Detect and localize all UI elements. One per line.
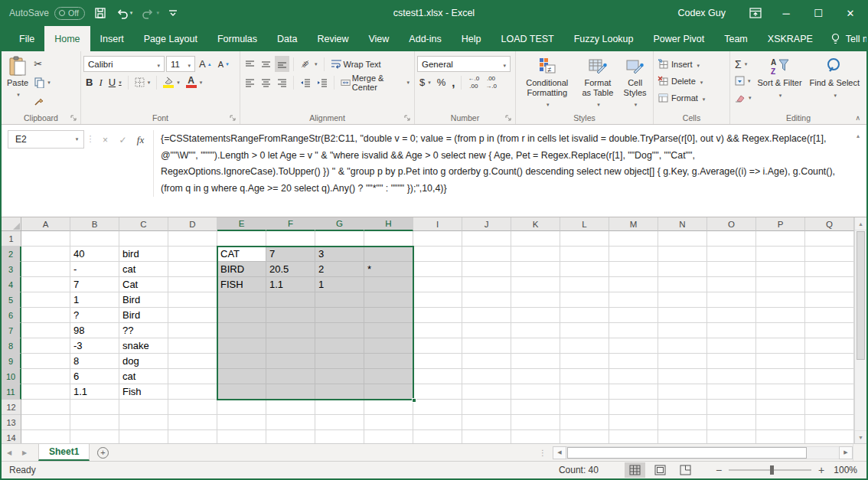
collapse-formula-bar-button[interactable]: ▴ bbox=[857, 132, 860, 139]
cell-K4[interactable] bbox=[511, 277, 560, 292]
font-color-button[interactable]: A bbox=[184, 74, 205, 90]
row-header-8[interactable]: 8 bbox=[2, 338, 21, 354]
cell-K2[interactable] bbox=[511, 247, 560, 262]
column-header-H[interactable]: H bbox=[364, 217, 413, 231]
row-header-5[interactable]: 5 bbox=[2, 292, 21, 308]
cell-I10[interactable] bbox=[413, 369, 462, 384]
cell-J7[interactable] bbox=[462, 323, 511, 338]
row-header-12[interactable]: 12 bbox=[2, 400, 21, 415]
cell-F12[interactable] bbox=[266, 400, 315, 415]
cell-F6[interactable] bbox=[266, 308, 315, 323]
increase-decimal-button[interactable]: ←.0.00 bbox=[465, 74, 481, 90]
cell-P2[interactable] bbox=[756, 247, 805, 262]
cell-B12[interactable] bbox=[70, 400, 119, 415]
font-size-select[interactable]: 11 bbox=[166, 56, 195, 72]
font-name-select[interactable]: Calibri bbox=[83, 56, 165, 72]
cell-I7[interactable] bbox=[413, 323, 462, 338]
cell-A7[interactable] bbox=[21, 323, 70, 338]
cell-B10[interactable]: 6 bbox=[70, 369, 119, 384]
cell-P10[interactable] bbox=[756, 369, 805, 384]
cell-I13[interactable] bbox=[413, 415, 462, 430]
cell-G5[interactable] bbox=[315, 292, 364, 308]
maximize-button[interactable]: ☐ bbox=[802, 0, 834, 26]
zoom-level[interactable]: 100% bbox=[834, 465, 857, 475]
cell-Q9[interactable] bbox=[805, 354, 854, 369]
cell-D4[interactable] bbox=[168, 277, 217, 292]
cell-A9[interactable] bbox=[21, 354, 70, 369]
scroll-right-button[interactable]: ▶ bbox=[839, 446, 853, 459]
cell-Q5[interactable] bbox=[805, 292, 854, 308]
cell-F11[interactable] bbox=[266, 384, 315, 400]
tab-power-pivot[interactable]: Power Pivot bbox=[644, 26, 715, 51]
zoom-slider-handle[interactable] bbox=[770, 465, 774, 475]
cell-L9[interactable] bbox=[560, 354, 609, 369]
cell-G9[interactable] bbox=[315, 354, 364, 369]
cell-H13[interactable] bbox=[364, 415, 413, 430]
cell-A12[interactable] bbox=[21, 400, 70, 415]
undo-button[interactable]: ▾ bbox=[116, 8, 133, 19]
column-header-L[interactable]: L bbox=[560, 217, 609, 231]
cell-M9[interactable] bbox=[609, 354, 658, 369]
enter-entry-button[interactable]: ✓ bbox=[114, 132, 132, 148]
vertical-scrollbar[interactable]: ▲ ▼ bbox=[854, 217, 866, 443]
cell-O12[interactable] bbox=[707, 400, 756, 415]
row-header-6[interactable]: 6 bbox=[2, 308, 21, 323]
cell-F8[interactable] bbox=[266, 338, 315, 354]
wrap-text-button[interactable]: Wrap Text bbox=[328, 56, 383, 72]
find-select-button[interactable]: Find & Select bbox=[806, 54, 863, 100]
select-all-button[interactable] bbox=[2, 217, 21, 231]
tab-help[interactable]: Help bbox=[452, 26, 491, 51]
cell-K11[interactable] bbox=[511, 384, 560, 400]
cell-G4[interactable]: 1 bbox=[315, 277, 364, 292]
column-header-J[interactable]: J bbox=[462, 217, 511, 231]
tab-insert[interactable]: Insert bbox=[90, 26, 134, 51]
cell-G13[interactable] bbox=[315, 415, 364, 430]
row-header-7[interactable]: 7 bbox=[2, 323, 21, 338]
close-button[interactable]: ✕ bbox=[834, 0, 866, 26]
column-header-B[interactable]: B bbox=[70, 217, 119, 231]
cell-A5[interactable] bbox=[21, 292, 70, 308]
cell-O11[interactable] bbox=[707, 384, 756, 400]
cancel-entry-button[interactable]: × bbox=[96, 132, 114, 148]
increase-indent-button[interactable] bbox=[315, 74, 330, 90]
cell-O7[interactable] bbox=[707, 323, 756, 338]
cell-O14[interactable] bbox=[707, 430, 756, 443]
cell-J6[interactable] bbox=[462, 308, 511, 323]
cell-D10[interactable] bbox=[168, 369, 217, 384]
borders-button[interactable] bbox=[132, 74, 153, 90]
next-sheet-button[interactable]: ▶ bbox=[17, 444, 32, 461]
cell-N14[interactable] bbox=[658, 430, 707, 443]
decrease-indent-button[interactable] bbox=[298, 74, 313, 90]
fill-color-button[interactable] bbox=[161, 74, 182, 90]
cell-D3[interactable] bbox=[168, 262, 217, 277]
cell-C2[interactable]: bird bbox=[119, 247, 168, 262]
cell-F3[interactable]: 20.5 bbox=[266, 262, 315, 277]
column-header-I[interactable]: I bbox=[413, 217, 462, 231]
top-align-button[interactable] bbox=[243, 56, 257, 72]
tab-xskrape[interactable]: XSKRAPE bbox=[758, 26, 823, 51]
cell-I11[interactable] bbox=[413, 384, 462, 400]
cell-C13[interactable] bbox=[119, 415, 168, 430]
cell-K5[interactable] bbox=[511, 292, 560, 308]
cell-E10[interactable] bbox=[217, 369, 266, 384]
cell-M8[interactable] bbox=[609, 338, 658, 354]
cell-E2[interactable]: CAT bbox=[217, 247, 266, 262]
bottom-align-button[interactable] bbox=[275, 56, 289, 72]
cell-E12[interactable] bbox=[217, 400, 266, 415]
cell-A2[interactable] bbox=[21, 247, 70, 262]
cell-G11[interactable] bbox=[315, 384, 364, 400]
cell-E13[interactable] bbox=[217, 415, 266, 430]
align-right-button[interactable] bbox=[275, 74, 289, 90]
cell-J3[interactable] bbox=[462, 262, 511, 277]
cell-I12[interactable] bbox=[413, 400, 462, 415]
cell-J10[interactable] bbox=[462, 369, 511, 384]
cell-L14[interactable] bbox=[560, 430, 609, 443]
horizontal-scroll-thumb[interactable] bbox=[567, 447, 807, 459]
cell-D6[interactable] bbox=[168, 308, 217, 323]
cell-K1[interactable] bbox=[511, 231, 560, 247]
cell-D7[interactable] bbox=[168, 323, 217, 338]
status-count[interactable]: Count: 40 bbox=[559, 465, 599, 475]
column-header-C[interactable]: C bbox=[119, 217, 168, 231]
cell-L5[interactable] bbox=[560, 292, 609, 308]
cell-H3[interactable]: * bbox=[364, 262, 413, 277]
